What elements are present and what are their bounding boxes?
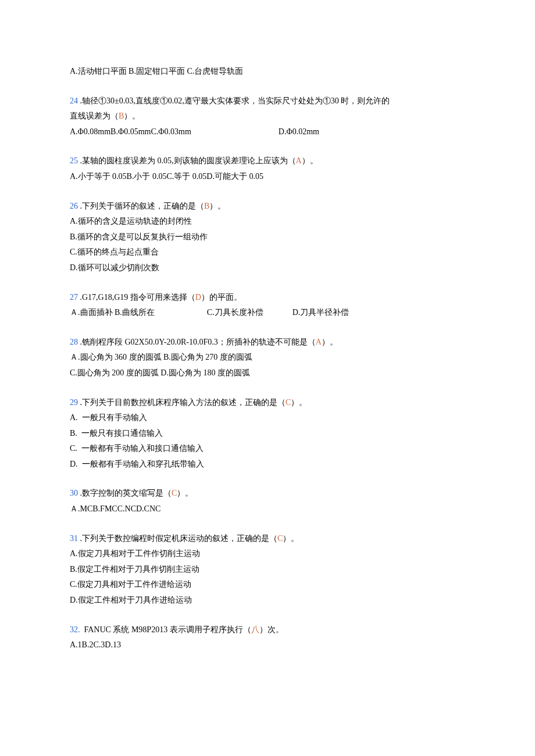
- q24-ans: B: [119, 112, 124, 120]
- q31-line1: 31 .下列关于数控编程时假定机床运动的叙述，正确的是（C）。: [70, 531, 465, 547]
- q24-optsA: A.Φ0.08mmB.Φ0.05mmC.Φ0.03mm: [70, 127, 191, 136]
- q27-text1: .G17,G18,G19 指令可用来选择（: [78, 293, 195, 302]
- q24-text2: 直线误差为（: [70, 112, 119, 120]
- q27-block: 27 .G17,G18,G19 指令可用来选择（D）的平面。 Ａ.曲面插补 B.…: [70, 290, 465, 321]
- q32-opts: A.1B.2C.3D.13: [70, 637, 465, 653]
- q30-text2: ）。: [177, 489, 193, 497]
- q31-b: B.假定工件相对于刀具作切削主运动: [70, 562, 465, 578]
- q29-b: B. 一般只有接口通信输入: [70, 426, 465, 442]
- q28-text1: .铣削程序段 G02X50.0Y-20.0R-10.0F0.3；所插补的轨迹不可…: [78, 338, 316, 346]
- q23-options: A.活动钳口平面 B.固定钳口平面 C.台虎钳导轨面: [70, 64, 465, 80]
- q30-line1: 30 .数字控制的英文缩写是（C）。: [70, 486, 465, 501]
- q31-block: 31 .下列关于数控编程时假定机床运动的叙述，正确的是（C）。 A.假定刀具相对…: [70, 531, 465, 608]
- q25-text1: .某轴的圆柱度误差为 0.05,则该轴的圆度误差理论上应该为（: [78, 156, 296, 165]
- q26-num: 26: [70, 202, 78, 210]
- q27-optD: D.刀具半径补偿: [293, 308, 349, 317]
- q29-line1: 29 .下列关于目前数控机床程序输入方法的叙述，正确的是（C）。: [70, 395, 465, 411]
- q31-text2: ）。: [283, 534, 299, 543]
- q24-text1: .轴径①30±0.03,直线度①0.02,遵守最大实体要求，当实际尺寸处处为①3…: [78, 96, 390, 105]
- q26-block: 26 .下列关于循环的叙述，正确的是（B）。 A.循环的含义是运动轨迹的封闭性 …: [70, 199, 465, 276]
- q30-opts: Ａ.MCB.FMCC.NCD.CNC: [70, 501, 465, 517]
- q32-text1: FANUC 系统 M98P2013 表示调用子程序执行（: [80, 625, 251, 634]
- q27-line1: 27 .G17,G18,G19 指令可用来选择（D）的平面。: [70, 290, 465, 306]
- q27-optA: Ａ.曲面插补 B.曲线所在: [70, 308, 155, 317]
- q29-text1: .下列关于目前数控机床程序输入方法的叙述，正确的是（: [78, 398, 286, 407]
- q30-text1: .数字控制的英文缩写是（: [78, 489, 172, 497]
- q27-ans: D: [195, 293, 201, 302]
- q26-d: D.循环可以减少切削次数: [70, 260, 465, 276]
- q26-ans: B: [204, 202, 209, 210]
- q31-text1: .下列关于数控编程时假定机床运动的叙述，正确的是（: [78, 534, 277, 543]
- q29-block: 29 .下列关于目前数控机床程序输入方法的叙述，正确的是（C）。 A. 一般只有…: [70, 395, 465, 472]
- q26-b: B.循环的含义是可以反复执行一组动作: [70, 230, 465, 245]
- q32-ans: 八: [251, 625, 259, 634]
- q26-a: A.循环的含义是运动轨迹的封闭性: [70, 214, 465, 230]
- q28-text2: ）。: [322, 338, 338, 346]
- q24-opts: A.Φ0.08mmB.Φ0.05mmC.Φ0.03mmD.Φ0.02mm: [70, 124, 465, 140]
- q26-text1: .下列关于循环的叙述，正确的是（: [78, 202, 204, 210]
- q28-ans: A: [316, 338, 322, 346]
- page-content: A.活动钳口平面 B.固定钳口平面 C.台虎钳导轨面 24 .轴径①30±0.0…: [0, 0, 535, 756]
- q29-c: C. 一般都有手动输入和接口通信输入: [70, 441, 465, 457]
- q27-opts: Ａ.曲面插补 B.曲线所在C.刀具长度补偿D.刀具半径补偿: [70, 305, 465, 321]
- q32-line1: 32. FANUC 系统 M98P2013 表示调用子程序执行（八）次。: [70, 622, 465, 638]
- q30-block: 30 .数字控制的英文缩写是（C）。 Ａ.MCB.FMCC.NCD.CNC: [70, 486, 465, 517]
- q25-block: 25 .某轴的圆柱度误差为 0.05,则该轴的圆度误差理论上应该为（A）。 A.…: [70, 153, 465, 184]
- q28-optAB: Ａ.圆心角为 360 度的圆弧 B.圆心角为 270 度的圆弧: [70, 350, 465, 366]
- q24-block: 24 .轴径①30±0.03,直线度①0.02,遵守最大实体要求，当实际尺寸处处…: [70, 94, 465, 140]
- q29-num: 29: [70, 398, 78, 407]
- q25-num: 25: [70, 156, 78, 165]
- q24-text3: ）。: [124, 112, 140, 120]
- q27-text2: ）的平面。: [201, 293, 242, 302]
- q23-options-block: A.活动钳口平面 B.固定钳口平面 C.台虎钳导轨面: [70, 64, 465, 80]
- q30-ans: C: [172, 489, 177, 497]
- q27-num: 27: [70, 293, 78, 302]
- q30-num: 30: [70, 489, 78, 497]
- q26-text2: ）。: [209, 202, 226, 210]
- q26-line1: 26 .下列关于循环的叙述，正确的是（B）。: [70, 199, 465, 214]
- q24-line2: 直线误差为（B）。: [70, 109, 465, 124]
- q24-line1: 24 .轴径①30±0.03,直线度①0.02,遵守最大实体要求，当实际尺寸处处…: [70, 94, 465, 109]
- q28-line1: 28 .铣削程序段 G02X50.0Y-20.0R-10.0F0.3；所插补的轨…: [70, 335, 465, 350]
- q32-num: 32.: [70, 625, 80, 634]
- q28-optCD: C.圆心角为 200 度的圆弧 D.圆心角为 180 度的圆弧: [70, 366, 465, 381]
- q29-text2: ）。: [291, 398, 307, 407]
- q31-d: D.假定工件相对于刀具作进给运动: [70, 593, 465, 608]
- q31-a: A.假定刀具相对于工件作切削主运动: [70, 546, 465, 562]
- q31-num: 31: [70, 534, 78, 543]
- q25-line1: 25 .某轴的圆柱度误差为 0.05,则该轴的圆度误差理论上应该为（A）。: [70, 153, 465, 169]
- q27-optC: C.刀具长度补偿: [207, 308, 263, 317]
- q32-block: 32. FANUC 系统 M98P2013 表示调用子程序执行（八）次。 A.1…: [70, 622, 465, 653]
- q28-block: 28 .铣削程序段 G02X50.0Y-20.0R-10.0F0.3；所插补的轨…: [70, 335, 465, 381]
- q25-ans: A: [296, 156, 302, 165]
- q26-c: C.循环的终点与起点重合: [70, 245, 465, 260]
- q29-d: D. 一般都有手动输入和穿孔纸带输入: [70, 457, 465, 472]
- q28-num: 28: [70, 338, 78, 346]
- q31-c: C.假定刀具相对于工件作进给运动: [70, 577, 465, 593]
- q25-text2: ）。: [302, 156, 318, 165]
- q31-ans: C: [277, 534, 283, 543]
- q24-optsB: D.Φ0.02mm: [279, 127, 319, 136]
- q29-ans: C: [286, 398, 291, 407]
- q32-text2: ）次。: [259, 625, 284, 634]
- q25-opts: A.小于等于 0.05B.小于 0.05C.等于 0.05D.可能大于 0.05: [70, 169, 465, 185]
- q24-num: 24: [70, 96, 78, 105]
- q29-a: A. 一般只有手动输入: [70, 410, 465, 426]
